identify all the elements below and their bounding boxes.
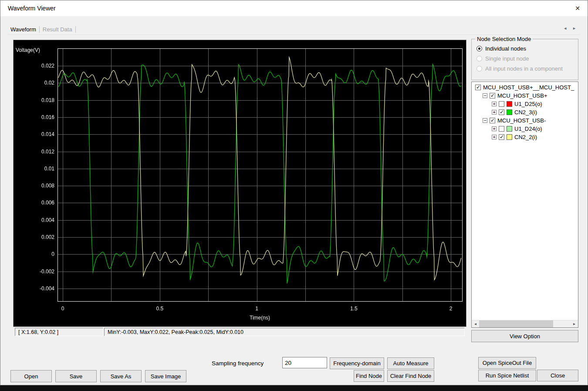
trace-color-swatch (507, 101, 512, 107)
tree-horizontal-scrollbar[interactable]: ◄ ► (472, 320, 578, 327)
sampling-frequency-label: Sampling frequency (212, 360, 264, 367)
tab-prev-icon[interactable]: ◄ (561, 26, 570, 31)
node-checkbox[interactable] (499, 101, 504, 107)
scrollbar-thumb[interactable] (479, 320, 553, 327)
tree-item-label: U1_D24(o) (514, 126, 542, 132)
measurement-stats-field: MinY:-0.003, MaxY:0.022, Peak-Peak:0.025… (104, 328, 465, 336)
expand-icon[interactable]: + (492, 110, 497, 115)
tree-item[interactable]: −MCU_HOST_USB- (472, 116, 578, 125)
close-button[interactable]: Close (537, 370, 578, 381)
tree-item-label: MCU_HOST_USB+__MCU_HOST_ (483, 84, 574, 91)
save-button[interactable]: Save (55, 370, 97, 382)
tab-separator (75, 26, 76, 33)
node-selection-mode-group: Node Selection Mode Individual nodesSing… (471, 39, 578, 80)
trace-color-swatch (507, 134, 512, 140)
radio-label: Individual nodes (485, 45, 526, 52)
trace-color-swatch (507, 109, 512, 115)
tree-item[interactable]: +U1_D24(o) (472, 125, 578, 133)
collapse-icon[interactable]: − (483, 93, 487, 98)
tree-item[interactable]: +U1_D25(o) (472, 100, 578, 108)
tree-item[interactable]: MCU_HOST_USB+__MCU_HOST_ (472, 83, 578, 92)
node-tree: MCU_HOST_USB+__MCU_HOST_−MCU_HOST_USB++U… (471, 82, 578, 328)
sampling-frequency-input[interactable] (282, 357, 327, 368)
open-button[interactable]: Open (10, 370, 52, 382)
tree-item-label: MCU_HOST_USB- (497, 117, 546, 124)
tab-strip: Waveform Result Data (7, 25, 76, 34)
node-checkbox[interactable] (490, 93, 495, 99)
radio-icon[interactable] (476, 46, 482, 51)
radio-individual-nodes[interactable]: Individual nodes (472, 44, 578, 54)
run-spice-netlist-button[interactable]: Run Spice Netlist (478, 370, 536, 381)
view-option-button[interactable]: View Option (471, 330, 578, 342)
title-bar: Waveform Viewer ✕ (0, 0, 588, 16)
radio-label: Single input node (485, 55, 529, 62)
radio-icon (476, 66, 482, 71)
trace-color-swatch (507, 126, 512, 132)
scroll-right-icon[interactable]: ► (571, 320, 578, 328)
tab-result-data[interactable]: Result Data (40, 25, 75, 34)
chart-status-bar: [ X:1.68, Y:0.02 ] MinY:-0.003, MaxY:0.0… (13, 328, 466, 337)
open-spiceout-file-button[interactable]: Open SpiceOut File (478, 357, 536, 369)
node-checkbox[interactable] (499, 109, 504, 115)
radio-single-input-node: Single input node (472, 54, 578, 64)
find-node-button[interactable]: Find Node (354, 370, 384, 382)
waveform-chart (13, 40, 466, 327)
close-icon[interactable]: ✕ (568, 0, 588, 16)
waveform-canvas[interactable] (14, 40, 466, 326)
save-image-button[interactable]: Save Image (145, 370, 186, 382)
node-checkbox[interactable] (490, 118, 495, 123)
frequency-domain-button[interactable]: Frequency-domain (330, 357, 384, 369)
scroll-left-icon[interactable]: ◄ (472, 320, 479, 328)
radio-label: All input nodes in a component (485, 65, 563, 72)
tab-page-divider (7, 34, 580, 35)
tab-waveform[interactable]: Waveform (7, 25, 39, 34)
tree-item[interactable]: −MCU_HOST_USB+ (472, 92, 578, 100)
expand-icon[interactable]: + (492, 102, 497, 106)
node-checkbox[interactable] (499, 126, 504, 132)
window-title: Waveform Viewer (8, 5, 56, 12)
tree-item[interactable]: +CN2_2(i) (472, 133, 578, 141)
radio-all-input-nodes-in-a-component: All input nodes in a component (472, 64, 578, 74)
tree-item[interactable]: +CN2_3(i) (472, 108, 578, 116)
cursor-position-field: [ X:1.68, Y:0.02 ] (15, 328, 103, 336)
tree-item-label: CN2_3(i) (514, 109, 537, 116)
node-checkbox[interactable] (499, 134, 504, 140)
node-selection-options: Individual nodesSingle input nodeAll inp… (472, 44, 578, 74)
tree-item-label: U1_D25(o) (514, 101, 542, 107)
tree-item-label: MCU_HOST_USB+ (497, 92, 547, 99)
expand-icon[interactable]: + (492, 135, 497, 139)
groupbox-title: Node Selection Mode (475, 36, 533, 42)
background-strip (0, 385, 588, 391)
collapse-icon[interactable]: − (483, 118, 487, 123)
auto-measure-button[interactable]: Auto Measure (387, 357, 434, 369)
tab-next-icon[interactable]: ► (570, 26, 579, 31)
node-tree-rows: MCU_HOST_USB+__MCU_HOST_−MCU_HOST_USB++U… (472, 83, 578, 141)
node-checkbox[interactable] (475, 85, 481, 90)
tree-item-label: CN2_2(i) (514, 134, 537, 140)
radio-icon (476, 56, 482, 61)
clear-find-node-button[interactable]: Clear Find Node (387, 370, 434, 382)
tab-scroll-arrows: ◄► (561, 26, 579, 31)
save-as-button[interactable]: Save As (100, 370, 142, 382)
waveform-viewer-window: Waveform Viewer ✕ Waveform Result Data ◄… (0, 0, 588, 385)
expand-icon[interactable]: + (492, 126, 497, 131)
